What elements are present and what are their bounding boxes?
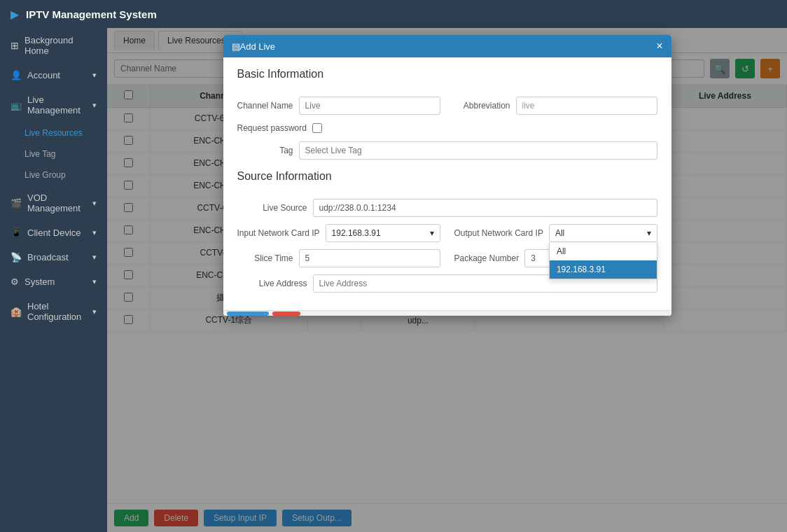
sidebar-label-system: System xyxy=(25,276,55,287)
sidebar-label-background-home: Background Home xyxy=(25,35,97,56)
vod-icon: 🎬 xyxy=(11,198,22,209)
sidebar-label-live-management: Live Management xyxy=(27,94,87,115)
live-management-icon: 📺 xyxy=(11,100,22,111)
vod-chevron-icon: ▾ xyxy=(92,199,97,208)
output-network-row: Output Network Card IP All ▾ All 192.168… xyxy=(454,224,657,242)
request-password-row: Request password xyxy=(237,123,440,133)
client-device-icon: 📱 xyxy=(11,227,22,238)
input-network-chevron-icon: ▾ xyxy=(430,228,434,238)
output-network-dropdown-display[interactable]: All ▾ xyxy=(549,224,657,242)
add-live-modal: ▤ Add Live × Basic Information Channel N… xyxy=(223,35,671,316)
broadcast-chevron-icon: ▾ xyxy=(92,253,97,262)
client-device-chevron-icon: ▾ xyxy=(92,228,97,237)
app-header: ▶ IPTV Management System xyxy=(0,0,787,28)
live-address-label: Live Address xyxy=(237,279,307,288)
sidebar-item-account[interactable]: 👤 Account ▾ xyxy=(0,63,107,88)
sidebar-label-broadcast: Broadcast xyxy=(27,252,69,262)
sidebar-item-live-group[interactable]: Live Group xyxy=(0,164,107,186)
scroll-thumb-red xyxy=(272,312,300,316)
slice-time-row: Slice Time xyxy=(237,249,440,267)
output-network-dropdown-popup: All 192.168.3.91 xyxy=(549,242,657,279)
sidebar-item-live-management[interactable]: 📺 Live Management ▾ xyxy=(0,88,107,122)
sidebar-item-client-device[interactable]: 📱 Client Device ▾ xyxy=(0,220,107,245)
input-network-row: Input Network Card IP 192.168.3.91 ▾ xyxy=(237,224,440,242)
tag-field[interactable] xyxy=(299,141,657,160)
modal-title: Add Live xyxy=(240,41,276,52)
output-network-dropdown[interactable]: All ▾ All 192.168.3.91 xyxy=(549,224,657,242)
sidebar-item-vod-management[interactable]: 🎬 VOD Management ▾ xyxy=(0,186,107,220)
hotel-chevron-icon: ▾ xyxy=(92,307,97,316)
sidebar-label-live-group: Live Group xyxy=(25,170,66,180)
home-icon: ⊞ xyxy=(11,40,19,51)
request-password-checkbox[interactable] xyxy=(312,123,322,133)
channel-name-field[interactable] xyxy=(299,97,440,115)
abbreviation-label: Abbreviation xyxy=(454,101,510,111)
dropdown-option-ip[interactable]: 192.168.3.91 xyxy=(550,260,657,279)
app-logo-icon: ▶ xyxy=(11,8,19,21)
dropdown-option-all[interactable]: All xyxy=(550,242,657,260)
modal-body: Basic Information Channel Name Abbreviat… xyxy=(223,57,671,310)
sidebar-item-live-tag[interactable]: Live Tag xyxy=(0,144,107,164)
live-source-label: Live Source xyxy=(237,203,307,213)
modal-scroll-track xyxy=(223,310,671,316)
input-network-dropdown[interactable]: 192.168.3.91 ▾ xyxy=(326,224,440,242)
sidebar-label-client-device: Client Device xyxy=(27,227,81,238)
basic-section-title: Basic Information xyxy=(237,68,657,86)
channel-name-field-row: Channel Name xyxy=(237,97,440,115)
sidebar-label-live-tag: Live Tag xyxy=(25,149,55,159)
live-source-field[interactable] xyxy=(313,199,657,217)
system-icon: ⚙ xyxy=(11,276,19,287)
live-management-chevron-icon: ▾ xyxy=(92,101,97,110)
modal-header: ▤ Add Live × xyxy=(223,35,671,57)
sidebar-label-vod-management: VOD Management xyxy=(27,192,87,214)
sidebar-label-account: Account xyxy=(27,70,60,80)
output-network-value: All xyxy=(555,228,564,238)
input-network-dropdown-display[interactable]: 192.168.3.91 ▾ xyxy=(326,224,440,242)
sidebar-item-background-home[interactable]: ⊞ Background Home xyxy=(0,28,107,63)
abbreviation-field-row: Abbreviation xyxy=(454,97,657,115)
account-icon: 👤 xyxy=(11,70,22,80)
sidebar-item-system[interactable]: ⚙ System ▾ xyxy=(0,270,107,294)
modal-close-button[interactable]: × xyxy=(656,41,662,52)
input-network-value: 192.168.3.91 xyxy=(332,228,381,238)
sidebar-item-broadcast[interactable]: 📡 Broadcast ▾ xyxy=(0,245,107,270)
account-chevron-icon: ▾ xyxy=(92,71,97,80)
modal-icon: ▤ xyxy=(232,41,240,52)
tag-field-row: Tag xyxy=(237,141,657,160)
package-number-label: Package Number xyxy=(454,253,520,263)
source-section-title: Source Information xyxy=(237,170,657,188)
request-password-checkbox-wrapper xyxy=(312,123,322,133)
sidebar-label-live-resources: Live Resources xyxy=(25,128,83,138)
live-source-row: Live Source xyxy=(237,199,657,217)
channel-name-label: Channel Name xyxy=(237,101,293,111)
request-password-label: Request password xyxy=(237,123,307,133)
output-network-chevron-icon: ▾ xyxy=(647,228,651,238)
system-chevron-icon: ▾ xyxy=(92,277,97,286)
sidebar-item-live-resources[interactable]: Live Resources xyxy=(0,122,107,144)
output-network-label: Output Network Card IP xyxy=(454,228,543,238)
scroll-thumb-blue xyxy=(227,312,269,316)
hotel-icon: 🏨 xyxy=(11,307,22,317)
input-network-label: Input Network Card IP xyxy=(237,228,320,238)
sidebar-label-hotel-configuration: Hotel Configuration xyxy=(27,301,87,322)
abbreviation-field[interactable] xyxy=(516,97,657,115)
broadcast-icon: 📡 xyxy=(11,252,22,262)
sidebar: ⊞ Background Home 👤 Account ▾ 📺 Live Man… xyxy=(0,28,107,532)
sidebar-item-hotel-configuration[interactable]: 🏨 Hotel Configuration ▾ xyxy=(0,294,107,329)
app-title: IPTV Management System xyxy=(26,8,157,20)
slice-time-field[interactable] xyxy=(299,249,440,267)
tag-label: Tag xyxy=(237,146,293,155)
slice-time-label: Slice Time xyxy=(237,253,293,263)
modal-overlay: ▤ Add Live × Basic Information Channel N… xyxy=(107,28,787,532)
